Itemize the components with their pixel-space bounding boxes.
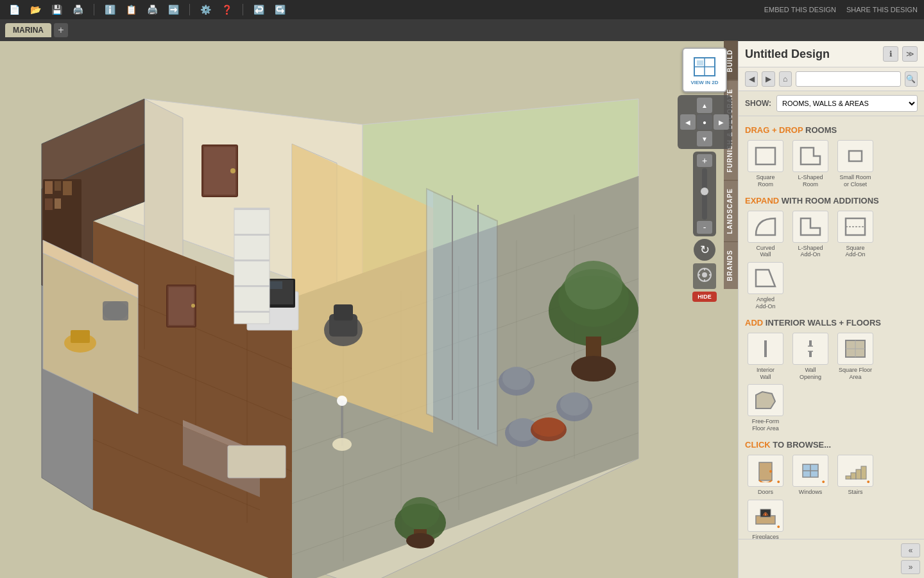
lshaped-addon-icon xyxy=(792,211,828,243)
svg-rect-49 xyxy=(234,285,270,287)
search-input[interactable] xyxy=(796,71,901,87)
svg-rect-46 xyxy=(234,208,270,210)
nav-home-button[interactable]: ⌂ xyxy=(779,71,792,87)
item-square-room[interactable]: SquareRoom xyxy=(745,140,786,188)
toolbar-print2[interactable]: 🖨️ xyxy=(144,3,160,16)
panel-content: DRAG + DROP ROOMS SquareRoom xyxy=(739,116,924,539)
drag-normal: ROOMS xyxy=(803,125,837,135)
svg-point-72 xyxy=(332,438,352,451)
interior-wall-icon xyxy=(748,333,783,365)
lshaped-addon-label: L-ShapedAdd-On xyxy=(798,245,823,259)
item-curved-wall[interactable]: CurvedWall xyxy=(745,211,786,259)
svg-rect-121 xyxy=(861,466,866,479)
collapse-down-button[interactable]: » xyxy=(901,560,920,574)
item-freeform-floor[interactable]: Free-FormFloor Area xyxy=(745,384,786,432)
toolbar-help[interactable]: ❓ xyxy=(219,3,235,16)
nav-left-button[interactable]: ◀ xyxy=(680,114,696,130)
toolbar-undo[interactable]: ↩️ xyxy=(251,3,267,16)
item-angled-addon[interactable]: AngledAdd-On xyxy=(745,262,786,310)
settings-overlay-button[interactable] xyxy=(693,263,716,289)
zoom-thumb[interactable] xyxy=(701,188,708,195)
toolbar-redo[interactable]: ↪️ xyxy=(272,3,288,16)
nav-down-button[interactable]: ▼ xyxy=(697,131,712,146)
item-interior-wall[interactable]: InteriorWall xyxy=(745,333,786,381)
rotate-button[interactable]: ↻ xyxy=(694,239,715,261)
windows-label: Windows xyxy=(799,489,823,496)
item-doors[interactable]: ● Doors xyxy=(745,455,786,496)
nav-right-button[interactable]: ▶ xyxy=(714,114,729,130)
panel-header-icons: ℹ ≫ xyxy=(883,46,918,62)
canvas-area[interactable]: VIEW IN 2D ▲ ◀ ● ▶ ▼ + - ↻ xyxy=(0,41,738,578)
item-windows[interactable]: ● Windows xyxy=(790,455,831,496)
item-small-room[interactable]: Small Roomor Closet xyxy=(835,140,876,188)
wall-opening-icon xyxy=(792,333,828,365)
share-link[interactable]: SHARE THIS DESIGN xyxy=(846,6,918,13)
svg-rect-32 xyxy=(63,181,72,195)
svg-rect-82 xyxy=(169,287,194,325)
item-fireplaces[interactable]: ● Fireplaces xyxy=(745,500,786,539)
collapse-button[interactable]: ≫ xyxy=(902,46,918,62)
svg-rect-40 xyxy=(103,301,128,320)
angled-addon-icon xyxy=(748,262,783,294)
search-button[interactable]: 🔍 xyxy=(905,71,918,87)
svg-point-66 xyxy=(560,392,588,416)
nav-forward-button[interactable]: ▶ xyxy=(762,71,774,87)
view-2d-button[interactable]: VIEW IN 2D xyxy=(682,48,727,92)
drag-highlight: DRAG + DROP xyxy=(745,125,803,135)
toolbar-print[interactable]: 🖨️ xyxy=(70,3,86,16)
toolbar-open[interactable]: 📂 xyxy=(28,3,44,16)
expand-items: CurvedWall L-ShapedAdd-On xyxy=(745,211,918,310)
show-label: SHOW: xyxy=(745,99,771,108)
tabbar: MARINA + xyxy=(0,19,924,41)
show-select[interactable]: ROOMS, WALLS & AREAS xyxy=(776,95,918,112)
sep2 xyxy=(189,4,190,15)
nav-back-button[interactable]: ◀ xyxy=(745,71,758,87)
item-stairs[interactable]: ● Stairs xyxy=(835,455,876,496)
add-tab-button[interactable]: + xyxy=(54,23,68,37)
svg-rect-97 xyxy=(756,148,775,164)
tab-marina[interactable]: MARINA xyxy=(5,23,51,37)
svg-point-75 xyxy=(401,497,440,529)
item-wall-opening[interactable]: WallOpening xyxy=(790,333,831,381)
item-square-floor[interactable]: Square FloorArea xyxy=(835,333,876,381)
info-button[interactable]: ℹ xyxy=(883,46,898,62)
svg-rect-120 xyxy=(856,469,861,479)
view-controls: VIEW IN 2D ▲ ◀ ● ▶ ▼ + - ↻ xyxy=(678,48,732,302)
toolbar-export[interactable]: ➡️ xyxy=(166,3,182,16)
svg-rect-33 xyxy=(45,198,53,210)
toolbar-info[interactable]: ℹ️ xyxy=(102,3,118,16)
doors-icon: ● xyxy=(748,455,783,487)
panel-header: Untitled Design ℹ ≫ xyxy=(739,41,924,67)
section-interior: ADD INTERIOR WALLS + FLOORS xyxy=(745,318,918,328)
square-room-icon xyxy=(748,140,783,172)
angled-addon-label: AngledAdd-On xyxy=(755,296,775,310)
windows-icon: ● xyxy=(792,455,828,487)
embed-link[interactable]: EMBED THIS DESIGN xyxy=(764,6,836,13)
item-square-addon[interactable]: SquareAdd-On xyxy=(835,211,876,259)
nav-center-button[interactable]: ● xyxy=(697,114,712,130)
zoom-in-button[interactable]: + xyxy=(697,154,712,167)
item-lshaped-room[interactable]: L-ShapedRoom xyxy=(790,140,831,188)
toolbar-list[interactable]: 📋 xyxy=(123,3,139,16)
fireplaces-label: Fireplaces xyxy=(752,534,779,539)
svg-rect-47 xyxy=(234,234,270,236)
zoom-out-button[interactable]: - xyxy=(697,221,712,234)
svg-point-73 xyxy=(337,396,347,406)
item-lshaped-addon[interactable]: L-ShapedAdd-On xyxy=(790,211,831,259)
toolbar-new[interactable]: 📄 xyxy=(6,3,22,16)
svg-rect-38 xyxy=(71,330,90,343)
svg-marker-98 xyxy=(801,148,820,164)
freeform-floor-icon xyxy=(748,384,783,416)
fireplaces-icon: ● xyxy=(748,500,783,532)
svg-marker-57 xyxy=(427,189,433,417)
collapse-up-button[interactable]: « xyxy=(901,543,920,557)
nav-up-button[interactable]: ▲ xyxy=(697,98,712,113)
svg-marker-54 xyxy=(427,189,497,446)
toolbar-settings[interactable]: ⚙️ xyxy=(198,3,214,16)
hide-button[interactable]: HIDE xyxy=(692,292,717,302)
toolbar-save[interactable]: 💾 xyxy=(49,3,65,16)
browse-normal: TO BROWSE... xyxy=(771,440,831,450)
stairs-label: Stairs xyxy=(848,489,862,496)
square-floor-icon xyxy=(837,333,873,365)
square-addon-icon xyxy=(837,211,873,243)
